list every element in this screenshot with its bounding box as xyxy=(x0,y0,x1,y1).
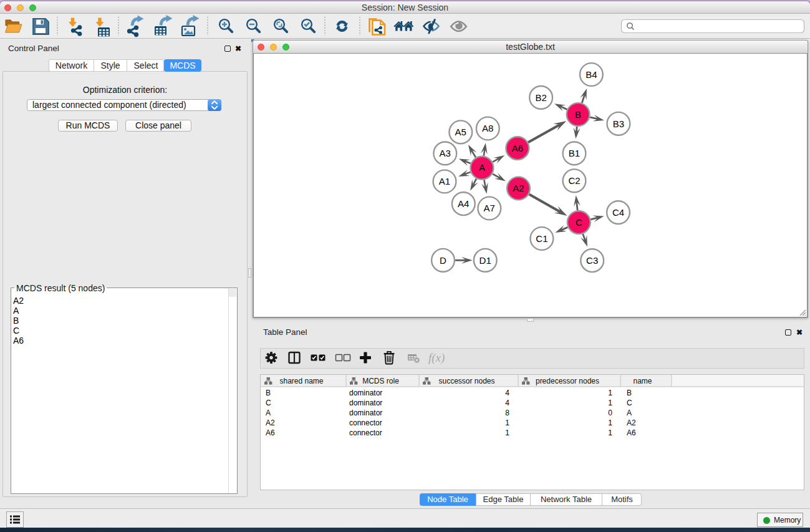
svg-text:B3: B3 xyxy=(613,118,624,129)
svg-text:A4: A4 xyxy=(458,198,469,209)
svg-text:B: B xyxy=(627,389,632,397)
svg-text:8: 8 xyxy=(505,409,509,417)
svg-text:dominator: dominator xyxy=(349,399,382,407)
svg-text:A6: A6 xyxy=(512,143,523,153)
svg-text:D: D xyxy=(440,255,446,266)
svg-text:A: A xyxy=(627,409,632,417)
svg-text:C4: C4 xyxy=(612,207,624,218)
svg-text:1: 1 xyxy=(608,418,612,427)
svg-text:A2: A2 xyxy=(627,418,636,427)
svg-text:connector: connector xyxy=(349,428,382,437)
svg-text:A2: A2 xyxy=(513,183,524,193)
svg-text:A6: A6 xyxy=(627,428,636,437)
svg-text:0: 0 xyxy=(608,409,612,417)
svg-text:C: C xyxy=(576,217,582,228)
svg-text:B4: B4 xyxy=(586,69,597,80)
svg-text:A6: A6 xyxy=(266,428,275,437)
svg-text:1: 1 xyxy=(505,428,509,437)
svg-text:A3: A3 xyxy=(440,148,451,158)
svg-text:shared name: shared name xyxy=(279,377,323,385)
svg-text:MCDS role: MCDS role xyxy=(362,377,399,385)
svg-text:dominator: dominator xyxy=(349,389,382,397)
svg-text:C: C xyxy=(266,399,271,407)
svg-text:B1: B1 xyxy=(569,148,580,158)
svg-text:4: 4 xyxy=(505,399,509,407)
svg-text:A8: A8 xyxy=(482,123,493,133)
svg-text:A5: A5 xyxy=(455,127,466,137)
svg-text:predecessor nodes: predecessor nodes xyxy=(536,377,599,385)
svg-text:A1: A1 xyxy=(439,176,450,186)
svg-text:successor nodes: successor nodes xyxy=(438,377,494,385)
svg-text:A: A xyxy=(479,162,485,173)
svg-text:C3: C3 xyxy=(586,255,598,266)
svg-text:B: B xyxy=(266,389,271,397)
svg-text:4: 4 xyxy=(505,389,509,397)
svg-text:A7: A7 xyxy=(484,203,495,213)
svg-text:C1: C1 xyxy=(536,233,547,244)
svg-text:B2: B2 xyxy=(535,92,546,103)
svg-text:connector: connector xyxy=(349,418,382,427)
svg-text:1: 1 xyxy=(608,389,612,397)
svg-text:D1: D1 xyxy=(480,255,491,266)
svg-text:name: name xyxy=(633,377,652,385)
svg-text:A2: A2 xyxy=(266,418,275,427)
svg-text:A: A xyxy=(266,409,271,417)
svg-text:1: 1 xyxy=(608,399,612,407)
svg-text:1: 1 xyxy=(505,418,509,427)
svg-text:C: C xyxy=(627,399,632,407)
svg-text:B: B xyxy=(575,109,581,120)
svg-text:C2: C2 xyxy=(568,175,580,186)
svg-text:dominator: dominator xyxy=(349,409,382,417)
svg-text:1: 1 xyxy=(608,428,612,437)
svg-text:f(x): f(x) xyxy=(428,351,445,365)
